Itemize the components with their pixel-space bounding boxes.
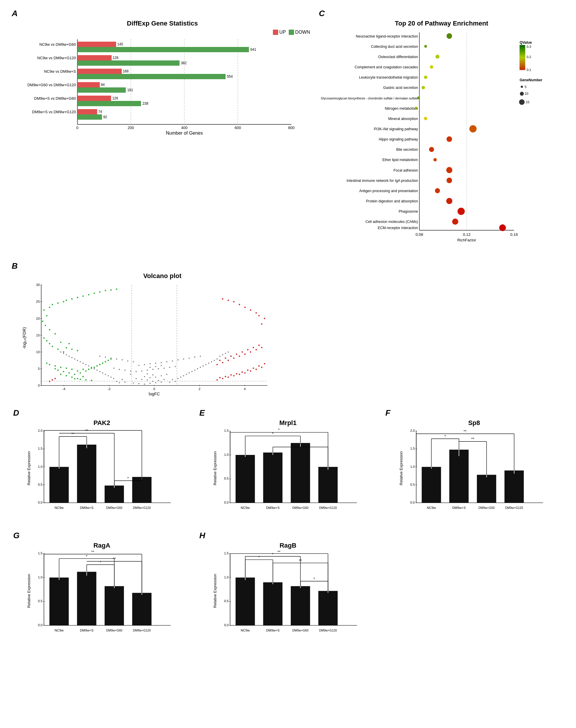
svg-text:DM9w+G120: DM9w+G120 xyxy=(319,629,337,632)
dot-8 xyxy=(424,117,427,120)
svg-text:-log₁₀(FDR): -log₁₀(FDR) xyxy=(22,327,27,349)
svg-point-177 xyxy=(155,366,156,367)
svg-point-146 xyxy=(205,364,207,365)
panel-h: H RagB Relative Expression 0.0 0.5 1.0 1… xyxy=(195,528,381,648)
bar-down-2 xyxy=(77,74,226,79)
svg-point-297 xyxy=(261,323,263,325)
svg-point-195 xyxy=(189,358,190,359)
panel-f-label: F xyxy=(385,408,563,418)
bar-e-3 xyxy=(318,467,338,503)
svg-text:400: 400 xyxy=(181,125,188,130)
svg-text:DM9w+G60: DM9w+G60 xyxy=(479,506,494,509)
svg-point-180 xyxy=(144,364,145,365)
dot-0 xyxy=(447,33,452,39)
svg-text:15: 15 xyxy=(36,334,40,337)
svg-point-223 xyxy=(102,363,104,364)
svg-point-108 xyxy=(164,379,165,380)
svg-point-282 xyxy=(228,360,229,361)
svg-text:**: ** xyxy=(299,558,302,563)
svg-point-288 xyxy=(261,347,263,348)
svg-point-139 xyxy=(197,368,198,369)
panel-a: A DiffExp Gene Statistics UP DOWN xyxy=(9,6,316,255)
svg-point-225 xyxy=(108,360,109,361)
svg-point-210 xyxy=(71,369,73,370)
bar-down-0 xyxy=(77,47,249,52)
bar-f-1 xyxy=(450,450,469,503)
svg-point-130 xyxy=(108,375,109,376)
svg-text:1.5: 1.5 xyxy=(224,429,229,432)
svg-point-231 xyxy=(46,340,48,342)
dot-2 xyxy=(435,55,439,59)
svg-point-176 xyxy=(149,367,151,368)
svg-point-226 xyxy=(110,358,112,360)
svg-text:GeneNumber: GeneNumber xyxy=(519,78,542,82)
svg-text:Focal adhesion: Focal adhesion xyxy=(393,168,418,172)
svg-text:NC9w vs DM9w+G120: NC9w vs DM9w+G120 xyxy=(37,56,76,60)
svg-point-165 xyxy=(141,370,142,372)
svg-point-174 xyxy=(119,369,120,370)
svg-text:DM9w+G60: DM9w+G60 xyxy=(292,506,308,509)
svg-point-221 xyxy=(96,365,98,367)
svg-text:Antigen processing and present: Antigen processing and presentation xyxy=(359,189,418,193)
svg-text:Complement and coagulation cas: Complement and coagulation cascades xyxy=(354,65,418,69)
svg-text:*: * xyxy=(258,555,260,559)
svg-point-138 xyxy=(96,370,97,371)
svg-text:10: 10 xyxy=(36,350,40,354)
panel-d: D PAK2 Relative Expression 0.0 0.5 1.0 xyxy=(9,405,195,525)
svg-text:0.5: 0.5 xyxy=(38,483,42,486)
svg-point-248 xyxy=(66,300,67,301)
svg-text:**: ** xyxy=(91,428,94,430)
svg-point-254 xyxy=(99,291,100,293)
svg-point-178 xyxy=(161,365,162,366)
svg-text:Bile secretion: Bile secretion xyxy=(396,147,418,152)
svg-point-228 xyxy=(57,348,59,350)
svg-point-123 xyxy=(122,379,123,380)
svg-point-166 xyxy=(147,370,148,371)
svg-point-227 xyxy=(63,352,64,353)
svg-point-118 xyxy=(119,382,120,383)
svg-point-163 xyxy=(228,352,229,353)
svg-text:DM9w+G60: DM9w+G60 xyxy=(106,629,122,632)
svg-text:**: ** xyxy=(85,428,88,433)
svg-text:NC9w: NC9w xyxy=(55,628,64,632)
bar-d-0 xyxy=(50,467,69,503)
legend-down-box xyxy=(289,30,294,35)
svg-point-238 xyxy=(55,333,56,335)
svg-point-204 xyxy=(68,372,70,374)
svg-point-191 xyxy=(105,356,106,358)
svg-text:128: 128 xyxy=(113,56,118,60)
svg-point-305 xyxy=(228,300,229,301)
svg-point-245 xyxy=(52,304,53,305)
svg-text:600: 600 xyxy=(235,125,241,130)
svg-point-184 xyxy=(166,361,167,363)
svg-text:*: * xyxy=(444,434,446,439)
svg-point-102 xyxy=(138,383,140,384)
bottom-row1: D PAK2 Relative Expression 0.0 0.5 1.0 xyxy=(9,405,567,525)
svg-text:0.0: 0.0 xyxy=(38,501,42,504)
svg-text:**: ** xyxy=(277,551,280,554)
svg-point-157 xyxy=(219,356,221,357)
svg-point-251 xyxy=(82,296,84,297)
bar-e-1 xyxy=(263,453,283,503)
svg-text:800: 800 xyxy=(288,125,295,130)
svg-point-306 xyxy=(222,298,223,300)
svg-point-111 xyxy=(155,376,156,378)
svg-point-150 xyxy=(211,361,212,363)
svg-point-201 xyxy=(60,374,62,375)
svg-text:Phagosome: Phagosome xyxy=(399,209,418,214)
gene-chart-h: Relative Expression 0.0 0.5 1.0 1.5 xyxy=(199,551,377,645)
bar-down-5 xyxy=(77,114,102,120)
svg-text:Ether lipid metabolism: Ether lipid metabolism xyxy=(382,158,418,162)
svg-point-128 xyxy=(180,376,181,378)
svg-text:1.5: 1.5 xyxy=(38,552,42,555)
svg-point-193 xyxy=(177,359,178,361)
svg-point-106 xyxy=(147,379,148,381)
svg-point-155 xyxy=(71,357,73,358)
gene-chart-e: Relative Expression 0.0 0.5 1.0 1.5 xyxy=(199,428,377,522)
svg-point-171 xyxy=(175,366,176,367)
svg-point-131 xyxy=(186,374,187,375)
svg-text:Hippo signaling pathway: Hippo signaling pathway xyxy=(379,137,418,141)
svg-point-122 xyxy=(116,381,117,382)
svg-point-268 xyxy=(250,370,251,372)
svg-point-185 xyxy=(172,361,173,362)
